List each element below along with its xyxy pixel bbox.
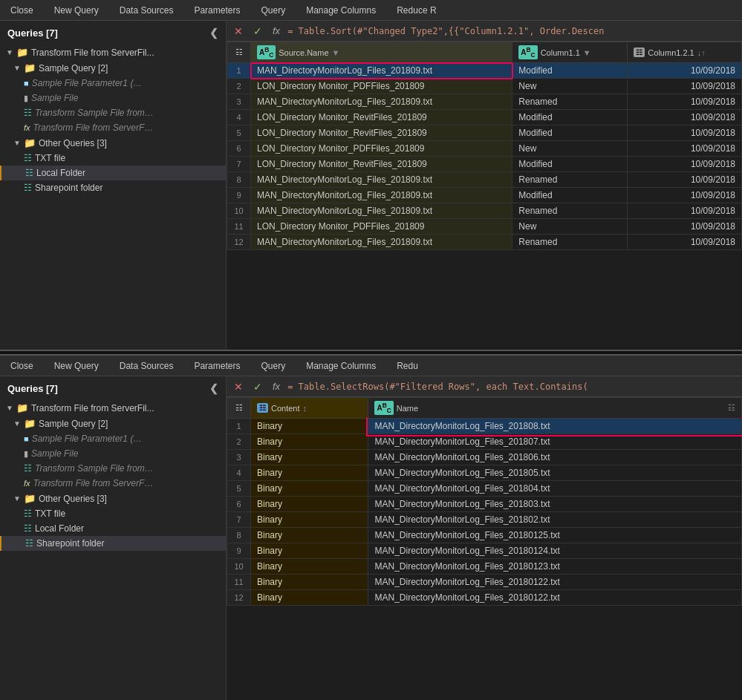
sidebar-item-transform-file-func[interactable]: fx Transform File from ServerF…: [0, 120, 226, 135]
formula-input[interactable]: [287, 26, 738, 36]
sidebar-item-transform-file[interactable]: ▼ 📁 Transform File from ServerFil...: [0, 400, 226, 416]
folder-icon: 📁: [24, 62, 36, 73]
table-icon: ☷: [24, 463, 32, 474]
sidebar-label-transform-file: Transform File from ServerFil...: [31, 403, 154, 413]
col-column1-1-header[interactable]: ABC Column1.1 ▼: [512, 42, 628, 63]
sidebar-item-transform-sample-file[interactable]: ☷ Transform Sample File from…: [0, 105, 226, 120]
parameters-button[interactable]: Parameters: [189, 4, 244, 17]
collapse-sidebar-button[interactable]: ❮: [209, 382, 218, 394]
sidebar-item-sample-query[interactable]: ▼ 📁 Sample Query [2]: [0, 416, 226, 431]
sidebar-item-transform-file-func[interactable]: fx Transform File from ServerF…: [0, 476, 226, 491]
col-source-name-header[interactable]: ABC Source.Name ▼: [251, 42, 512, 63]
table-row[interactable]: 3 Binary MAN_DirectoryMonitorLog_Files_2…: [227, 450, 742, 465]
cell-column1-2-1: 10/09/2018: [628, 125, 742, 141]
close-button[interactable]: Close: [6, 4, 38, 17]
cancel-formula-button[interactable]: ✕: [231, 381, 246, 393]
data-sources-button[interactable]: Data Sources: [115, 4, 178, 17]
formula-input[interactable]: [287, 382, 738, 392]
query-button[interactable]: Query: [256, 4, 290, 17]
col-name-header[interactable]: ABC Name ☷: [368, 398, 742, 419]
fx-button[interactable]: fx: [270, 25, 283, 36]
table-row[interactable]: 6 Binary MAN_DirectoryMonitorLog_Files_2…: [227, 497, 742, 512]
data-sources-button[interactable]: Data Sources: [115, 359, 178, 373]
reduce-button[interactable]: Reduce R: [392, 4, 440, 17]
new-query-button[interactable]: New Query: [50, 4, 103, 17]
table-row[interactable]: 5 Binary MAN_DirectoryMonitorLog_Files_2…: [227, 481, 742, 497]
table-row[interactable]: 10 Binary MAN_DirectoryMonitorLog_Files_…: [227, 559, 742, 575]
sidebar-item-sample-file-param[interactable]: ■ Sample File Parameter1 (…: [0, 76, 226, 91]
row-number: 12: [227, 590, 251, 606]
cell-source-name: LON_Directory Monitor_PDFFiles_201809: [251, 141, 512, 157]
table-row[interactable]: 8 MAN_DirectoryMonitorLog_Files_201809.t…: [227, 172, 742, 188]
table-row[interactable]: 5 LON_Directory Monitor_RevitFiles_20180…: [227, 125, 742, 141]
table-row[interactable]: 6 LON_Directory Monitor_PDFFiles_201809 …: [227, 141, 742, 157]
close-button[interactable]: Close: [6, 359, 38, 373]
row-number: 1: [227, 419, 251, 434]
sidebar-item-transform-sample-file[interactable]: ☷ Transform Sample File from…: [0, 461, 226, 476]
parameters-button[interactable]: Parameters: [189, 359, 244, 373]
manage-columns-button[interactable]: Manage Columns: [302, 359, 380, 373]
collapse-sidebar-button[interactable]: ❮: [209, 27, 218, 39]
sidebar-item-sharepoint-folder[interactable]: ☷ Sharepoint folder: [0, 536, 226, 551]
cell-content: Binary: [251, 419, 368, 434]
cancel-formula-button[interactable]: ✕: [231, 25, 246, 37]
table-row[interactable]: 1 Binary MAN_DirectoryMonitorLog_Files_2…: [227, 419, 742, 434]
top-data-area[interactable]: ☷ ABC Source.Name ▼: [227, 42, 742, 350]
table-row[interactable]: 4 LON_Directory Monitor_RevitFiles_20180…: [227, 110, 742, 125]
sidebar-item-other-queries[interactable]: ▼ 📁 Other Queries [3]: [0, 135, 226, 151]
row-number: 8: [227, 172, 251, 188]
query-button[interactable]: Query: [256, 359, 290, 373]
table-row[interactable]: 8 Binary MAN_DirectoryMonitorLog_Files_2…: [227, 528, 742, 543]
sidebar-item-local-folder[interactable]: ☷ Local Folder: [0, 521, 226, 536]
bottom-sidebar: Queries [7] ❮ ▼ 📁 Transform File from Se…: [0, 376, 227, 700]
table-row[interactable]: 11 Binary MAN_DirectoryMonitorLog_Files_…: [227, 575, 742, 590]
table-row[interactable]: 7 Binary MAN_DirectoryMonitorLog_Files_2…: [227, 512, 742, 528]
sidebar-label-sharepoint-folder: Sharepoint folder: [35, 183, 102, 193]
accept-formula-button[interactable]: ✓: [250, 381, 265, 393]
table-row[interactable]: 7 LON_Directory Monitor_RevitFiles_20180…: [227, 157, 742, 172]
chevron-down-icon: ▼: [6, 404, 13, 412]
filter-icon[interactable]: ☷: [728, 403, 735, 413]
fx-button[interactable]: fx: [270, 381, 283, 392]
sidebar-item-txt-file[interactable]: ☷ TXT file: [0, 151, 226, 166]
sidebar-item-sharepoint-folder[interactable]: ☷ Sharepoint folder: [0, 180, 226, 195]
sidebar-item-sample-file[interactable]: ▮ Sample File: [0, 446, 226, 461]
table-row[interactable]: 1 MAN_DirectoryMonitorLog_Files_201809.t…: [227, 63, 742, 79]
table-row[interactable]: 9 Binary MAN_DirectoryMonitorLog_Files_2…: [227, 543, 742, 559]
bottom-data-area[interactable]: ☷ ☷ Content ↕: [227, 397, 742, 700]
sidebar-item-local-folder[interactable]: ☷ Local Folder: [0, 166, 226, 180]
reduce-button[interactable]: Redu: [392, 359, 423, 373]
folder-icon: 📁: [16, 402, 28, 413]
filter-icon[interactable]: ↓↑: [697, 48, 706, 57]
table-row[interactable]: 2 Binary MAN_DirectoryMonitorLog_Files_2…: [227, 434, 742, 450]
table-row[interactable]: 10 MAN_DirectoryMonitorLog_Files_201809.…: [227, 203, 742, 219]
cell-source-name: MAN_DirectoryMonitorLog_Files_201809.txt: [251, 172, 512, 188]
sidebar-item-sample-file[interactable]: ▮ Sample File: [0, 91, 226, 105]
table-row[interactable]: 12 Binary MAN_DirectoryMonitorLog_Files_…: [227, 590, 742, 606]
chevron-down-icon: ▼: [13, 494, 21, 503]
new-query-button[interactable]: New Query: [50, 359, 103, 373]
table-row[interactable]: 2 LON_Directory Monitor_PDFFiles_201809 …: [227, 79, 742, 94]
table-row[interactable]: 12 MAN_DirectoryMonitorLog_Files_201809.…: [227, 235, 742, 250]
sidebar-item-sample-file-param[interactable]: ■ Sample File Parameter1 (…: [0, 431, 226, 446]
col-column1-2-1-header[interactable]: ☷ Column1.2.1 ↓↑: [628, 42, 742, 63]
col-content-header[interactable]: ☷ Content ↕: [251, 398, 368, 419]
queries-title: Queries [7]: [7, 27, 58, 39]
sidebar-item-transform-file[interactable]: ▼ 📁 Transform File from ServerFil...: [0, 45, 226, 60]
filter-icon[interactable]: ↕: [303, 404, 307, 413]
table-row[interactable]: 9 MAN_DirectoryMonitorLog_Files_201809.t…: [227, 188, 742, 203]
row-number: 5: [227, 481, 251, 497]
accept-formula-button[interactable]: ✓: [250, 25, 265, 37]
filter-icon[interactable]: ▼: [332, 48, 340, 57]
table-icon: ☷: [25, 168, 33, 178]
queries-title: Queries [7]: [7, 383, 58, 394]
sidebar-item-txt-file[interactable]: ☷ TXT file: [0, 506, 226, 521]
sidebar-item-other-queries[interactable]: ▼ 📁 Other Queries [3]: [0, 491, 226, 506]
manage-columns-button[interactable]: Manage Columns: [302, 4, 380, 17]
filter-icon[interactable]: ▼: [583, 48, 591, 57]
table-row[interactable]: 11 LON_Directory Monitor_PDFFiles_201809…: [227, 219, 742, 235]
chevron-down-icon: ▼: [13, 419, 21, 428]
table-row[interactable]: 4 Binary MAN_DirectoryMonitorLog_Files_2…: [227, 465, 742, 481]
table-row[interactable]: 3 MAN_DirectoryMonitorLog_Files_201809.t…: [227, 94, 742, 110]
sidebar-item-sample-query[interactable]: ▼ 📁 Sample Query [2]: [0, 60, 226, 76]
